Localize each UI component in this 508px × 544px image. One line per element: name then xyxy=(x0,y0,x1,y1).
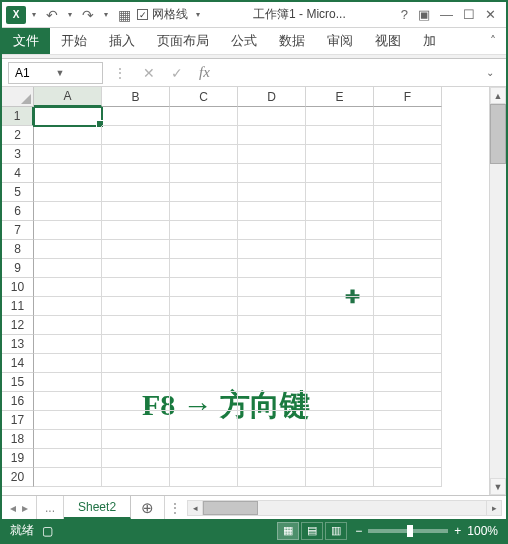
zoom-slider[interactable] xyxy=(368,529,448,533)
cell[interactable] xyxy=(102,335,170,354)
cell[interactable] xyxy=(170,354,238,373)
cell[interactable] xyxy=(238,183,306,202)
grid-row[interactable]: 13 xyxy=(2,335,489,354)
cell[interactable] xyxy=(170,107,238,126)
cell[interactable] xyxy=(238,468,306,487)
tab-file[interactable]: 文件 xyxy=(2,28,50,54)
cell[interactable] xyxy=(238,449,306,468)
grid-row[interactable]: 8 xyxy=(2,240,489,259)
zoom-control[interactable]: − + 100% xyxy=(355,524,498,538)
close-icon[interactable]: ✕ xyxy=(485,7,496,22)
row-header[interactable]: 1 xyxy=(2,107,34,126)
row-header[interactable]: 19 xyxy=(2,449,34,468)
cell[interactable] xyxy=(238,316,306,335)
gridlines-checkbox[interactable]: ✓ xyxy=(137,9,148,20)
cell[interactable] xyxy=(374,278,442,297)
cell[interactable] xyxy=(238,411,306,430)
view-normal-icon[interactable]: ▦ xyxy=(277,522,299,540)
col-header[interactable]: C xyxy=(170,87,238,107)
cell[interactable] xyxy=(102,430,170,449)
cell[interactable] xyxy=(374,183,442,202)
cell[interactable] xyxy=(374,354,442,373)
cell[interactable] xyxy=(102,183,170,202)
cell[interactable] xyxy=(34,183,102,202)
sheet-tab[interactable]: Sheet2 xyxy=(64,496,131,519)
maximize-icon[interactable]: ☐ xyxy=(463,7,475,22)
cell[interactable] xyxy=(170,278,238,297)
row-header[interactable]: 17 xyxy=(2,411,34,430)
cell[interactable] xyxy=(306,392,374,411)
cell[interactable] xyxy=(102,221,170,240)
vertical-scrollbar[interactable]: ▲ ▼ xyxy=(489,87,506,495)
row-header[interactable]: 15 xyxy=(2,373,34,392)
cell[interactable] xyxy=(374,221,442,240)
cell[interactable] xyxy=(306,202,374,221)
cell[interactable] xyxy=(306,335,374,354)
cell[interactable] xyxy=(102,354,170,373)
cell[interactable] xyxy=(306,164,374,183)
cell[interactable] xyxy=(170,240,238,259)
cell[interactable] xyxy=(170,259,238,278)
grid-row[interactable]: 5 xyxy=(2,183,489,202)
cell[interactable] xyxy=(306,240,374,259)
cell[interactable] xyxy=(238,126,306,145)
cell[interactable] xyxy=(102,164,170,183)
zoom-level[interactable]: 100% xyxy=(467,524,498,538)
cell[interactable] xyxy=(102,202,170,221)
cell[interactable] xyxy=(170,335,238,354)
cell[interactable] xyxy=(170,221,238,240)
grid-row[interactable]: 16 xyxy=(2,392,489,411)
cell[interactable] xyxy=(306,183,374,202)
cell[interactable] xyxy=(170,297,238,316)
row-header[interactable]: 9 xyxy=(2,259,34,278)
cell[interactable] xyxy=(374,164,442,183)
cell[interactable] xyxy=(170,316,238,335)
cell[interactable] xyxy=(170,373,238,392)
grid-row[interactable]: 17 xyxy=(2,411,489,430)
col-header[interactable]: F xyxy=(374,87,442,107)
cell[interactable] xyxy=(306,126,374,145)
horizontal-scrollbar[interactable]: ⋮ ◂ ▸ xyxy=(164,496,506,519)
cell[interactable] xyxy=(34,430,102,449)
cell[interactable] xyxy=(238,259,306,278)
scroll-thumb[interactable] xyxy=(490,104,506,164)
tab-formulas[interactable]: 公式 xyxy=(220,28,268,54)
tab-insert[interactable]: 插入 xyxy=(98,28,146,54)
cell[interactable] xyxy=(102,126,170,145)
cell[interactable] xyxy=(170,430,238,449)
col-header[interactable]: D xyxy=(238,87,306,107)
tab-home[interactable]: 开始 xyxy=(50,28,98,54)
cell[interactable] xyxy=(34,297,102,316)
grid-row[interactable]: 6 xyxy=(2,202,489,221)
scroll-down-icon[interactable]: ▼ xyxy=(490,478,506,495)
grid-row[interactable]: 7 xyxy=(2,221,489,240)
minimize-icon[interactable]: — xyxy=(440,7,453,22)
view-layout-icon[interactable]: ▤ xyxy=(301,522,323,540)
cell[interactable] xyxy=(374,411,442,430)
cell[interactable] xyxy=(170,164,238,183)
cell[interactable] xyxy=(102,373,170,392)
cell[interactable] xyxy=(238,164,306,183)
grid-row[interactable]: 9 xyxy=(2,259,489,278)
grid-row[interactable]: 12 xyxy=(2,316,489,335)
ribbon-options-icon[interactable]: ▣ xyxy=(418,7,430,22)
row-header[interactable]: 11 xyxy=(2,297,34,316)
cell[interactable] xyxy=(238,202,306,221)
cell[interactable] xyxy=(306,411,374,430)
cell[interactable] xyxy=(34,202,102,221)
scroll-right-icon[interactable]: ▸ xyxy=(486,500,502,516)
cell[interactable] xyxy=(306,221,374,240)
cell[interactable] xyxy=(170,449,238,468)
row-header[interactable]: 7 xyxy=(2,221,34,240)
add-sheet-button[interactable]: ⊕ xyxy=(131,496,164,519)
name-box[interactable]: A1 ▼ xyxy=(8,62,103,84)
cell[interactable] xyxy=(34,259,102,278)
cell[interactable] xyxy=(170,468,238,487)
grid-row[interactable]: 18 xyxy=(2,430,489,449)
cell[interactable] xyxy=(102,259,170,278)
tab-data[interactable]: 数据 xyxy=(268,28,316,54)
cell[interactable] xyxy=(306,468,374,487)
cell[interactable] xyxy=(34,107,102,126)
cell[interactable] xyxy=(374,202,442,221)
cell[interactable] xyxy=(374,259,442,278)
